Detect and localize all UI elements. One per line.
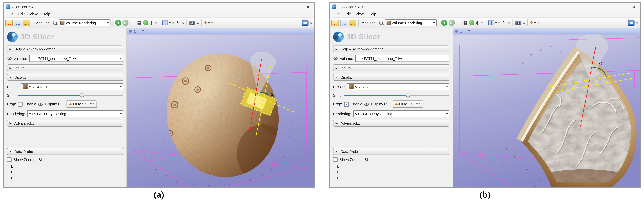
load-dicom-icon[interactable]: DCM — [340, 19, 348, 26]
inputs-section[interactable]: ▶ Inputs — [333, 64, 450, 71]
load-data-icon[interactable]: DATA — [6, 19, 13, 26]
fit-to-volume-button[interactable]: + Fit to Volume — [66, 101, 97, 108]
advanced-section[interactable]: ▶ Advanced... — [333, 120, 450, 127]
volume-combo[interactable]: sub-PAT11_ses-preop_T1w ▾ — [29, 55, 123, 62]
display-section[interactable]: ▼ Display — [7, 74, 123, 81]
module-back-icon[interactable]: ◀ — [441, 20, 447, 26]
view-crosshair-icon[interactable]: + — [464, 29, 466, 33]
module-forward-icon[interactable]: ▶ — [448, 20, 454, 26]
rendering-combo[interactable]: VTK GPU Ray Casting ▾ — [27, 110, 123, 117]
module-search-icon[interactable] — [378, 20, 384, 25]
volume-visibility-icon[interactable] — [333, 57, 338, 60]
menu-file[interactable]: File — [331, 12, 342, 16]
menu-view[interactable]: View — [27, 12, 40, 16]
slider-handle[interactable] — [406, 93, 410, 97]
menu-file[interactable]: File — [5, 12, 16, 16]
toolbar-overflow-chevron[interactable]: » — [481, 21, 484, 25]
toolbar-overflow-chevron[interactable]: » — [636, 21, 639, 25]
modules-list-icon[interactable]: ▦ — [463, 20, 468, 25]
save-icon[interactable]: SAVE — [22, 19, 30, 26]
data-probe-section[interactable]: ▼ Data Probe — [333, 148, 450, 155]
close-button[interactable]: × — [302, 3, 314, 11]
preset-combo[interactable]: MR-Default ▾ — [347, 83, 449, 90]
preset-combo[interactable]: MR-Default ▾ — [21, 83, 123, 90]
modules-list-icon[interactable]: ▦ — [137, 20, 142, 25]
toolbar-overflow-chevron[interactable]: » — [182, 21, 184, 25]
load-dicom-icon[interactable]: DCM — [14, 19, 22, 26]
toolbar-overflow-chevron[interactable]: » — [172, 21, 175, 25]
display-section[interactable]: ▼ Display — [333, 74, 450, 81]
crosshair-icon[interactable]: + — [530, 20, 533, 25]
fit-to-volume-button[interactable]: + Fit to Volume — [393, 101, 423, 108]
toolbar-overflow-chevron[interactable]: » — [155, 21, 158, 25]
menu-help[interactable]: Help — [366, 12, 378, 16]
mouse-interaction-icon[interactable]: ↖ — [502, 20, 506, 25]
menu-help[interactable]: Help — [40, 12, 52, 16]
toolbar-overflow-chevron[interactable]: » — [310, 21, 312, 25]
crosshair-dropdown-icon[interactable]: ▾ — [534, 21, 536, 24]
crop-enable-checkbox[interactable]: ✓ — [18, 102, 22, 106]
view-layout-icon[interactable] — [162, 20, 168, 25]
view-pin-icon[interactable] — [455, 30, 458, 33]
view-pin-icon[interactable] — [129, 30, 132, 33]
world-icon[interactable]: ⊕ — [476, 20, 480, 25]
capture-view-icon[interactable] — [302, 20, 308, 26]
minimize-button[interactable]: — — [599, 3, 612, 11]
toolbar-overflow-chevron[interactable]: » — [508, 21, 511, 25]
crosshair-icon[interactable]: + — [204, 20, 207, 25]
menu-edit[interactable]: Edit — [342, 12, 353, 16]
layout-dropdown-icon[interactable]: ▾ — [169, 21, 170, 24]
help-acknowledgement-section[interactable]: ▶ Help & Acknowledgement — [7, 45, 123, 52]
module-back-icon[interactable]: ◀ — [115, 20, 121, 26]
toolbar-overflow-chevron[interactable]: » — [537, 21, 540, 25]
shift-slider[interactable] — [344, 93, 450, 98]
toolbar-overflow-chevron[interactable]: » — [196, 21, 200, 25]
menu-view[interactable]: View — [353, 12, 366, 16]
module-history-icon[interactable]: ≡ — [133, 20, 136, 25]
module-selector-combo[interactable]: Volume Rendering ▾ — [58, 19, 110, 26]
view-maximize-icon[interactable]: □ — [468, 29, 470, 33]
volume-combo[interactable]: sub-PAT11_ses-preop_T1w ▾ — [355, 55, 450, 62]
module-selector-combo[interactable]: Volume Rendering ▾ — [385, 19, 436, 26]
rendering-combo[interactable]: VTK GPU Ray Casting ▾ — [353, 110, 450, 117]
toolbar-overflow-chevron[interactable]: » — [211, 21, 214, 25]
display-roi-icon[interactable] — [364, 103, 369, 105]
module-history-icon[interactable]: ≡ — [459, 20, 462, 25]
3d-viewport[interactable]: α — [127, 34, 314, 187]
volume-visibility-icon[interactable] — [7, 57, 12, 60]
show-zoomed-slice-checkbox[interactable] — [7, 157, 12, 162]
maximize-button[interactable]: □ — [288, 3, 300, 11]
extensions-manager-icon[interactable] — [143, 20, 148, 25]
view-controller-bar[interactable]: 1 + □ — [454, 28, 640, 34]
inputs-section[interactable]: ▶ Inputs — [7, 64, 123, 71]
crop-enable-checkbox[interactable]: ✓ — [344, 102, 349, 106]
minimize-button[interactable]: — — [273, 3, 286, 11]
view-maximize-icon[interactable]: □ — [142, 29, 144, 33]
maximize-button[interactable]: □ — [614, 3, 626, 11]
module-forward-icon[interactable]: ▶ — [122, 20, 128, 26]
show-zoomed-slice-checkbox[interactable] — [333, 157, 338, 162]
mouse-interaction-icon[interactable]: ↖ — [176, 20, 180, 25]
advanced-section[interactable]: ▶ Advanced... — [7, 120, 123, 127]
module-search-icon[interactable] — [52, 20, 57, 25]
shift-slider[interactable] — [18, 93, 123, 98]
data-probe-section[interactable]: ▼ Data Probe — [7, 148, 123, 155]
world-icon[interactable]: ⊕ — [150, 20, 154, 25]
slider-handle[interactable] — [80, 93, 84, 97]
help-acknowledgement-section[interactable]: ▶ Help & Acknowledgement — [333, 45, 450, 52]
view-controller-bar[interactable]: 1 + □ — [127, 28, 314, 34]
extensions-manager-icon[interactable] — [469, 20, 474, 25]
screen-capture-icon[interactable] — [189, 21, 195, 25]
toolbar-overflow-chevron[interactable]: » — [523, 21, 526, 25]
view-crosshair-icon[interactable]: + — [138, 29, 140, 33]
capture-view-icon[interactable] — [628, 20, 634, 26]
save-icon[interactable]: SAVE — [349, 19, 356, 26]
layout-dropdown-icon[interactable]: ▾ — [495, 21, 497, 24]
view-layout-icon[interactable] — [488, 20, 494, 25]
load-data-icon[interactable]: DATA — [332, 19, 339, 26]
screen-capture-icon[interactable] — [515, 21, 522, 25]
toolbar-overflow-chevron[interactable]: » — [498, 21, 501, 25]
close-button[interactable]: × — [628, 3, 640, 11]
display-roi-icon[interactable] — [38, 103, 42, 105]
crosshair-dropdown-icon[interactable]: ▾ — [208, 21, 210, 24]
